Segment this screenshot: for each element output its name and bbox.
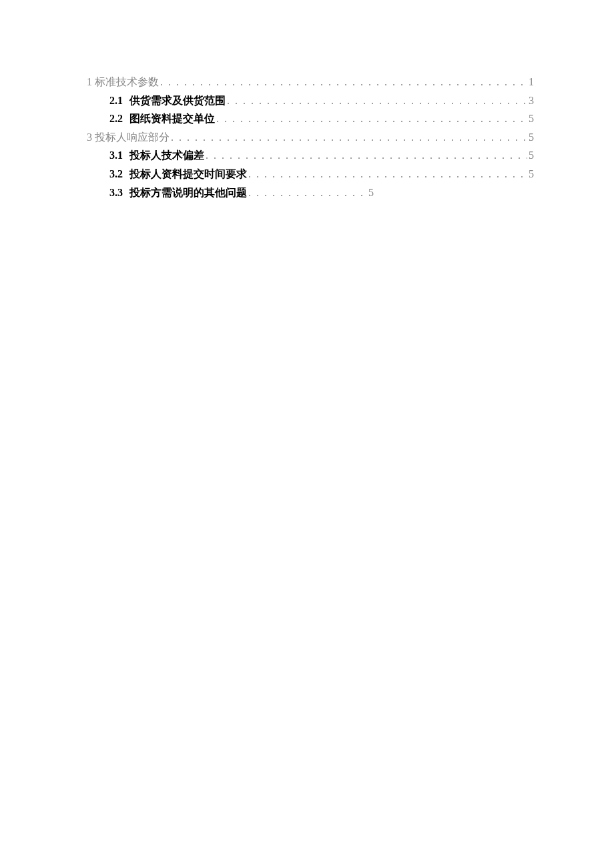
table-of-contents: 1 标准技术参数 1 2.1 供货需求及供货范围 3 2.2 图纸资料提交单位 … [87, 73, 534, 201]
toc-entry[interactable]: 1 标准技术参数 1 [87, 73, 534, 91]
toc-entry[interactable]: 3.1 投标人技术偏差 5 [87, 147, 534, 164]
toc-title: 投标人资料提交时间要求 [129, 165, 247, 183]
toc-entry[interactable]: 2.1 供货需求及供货范围 3 [87, 92, 534, 109]
toc-number: 2.2 [109, 110, 123, 127]
toc-title: 供货需求及供货范围 [129, 92, 226, 109]
toc-entry[interactable]: 2.2 图纸资料提交单位 5 [87, 110, 534, 127]
toc-title: 投标人技术偏差 [129, 147, 204, 164]
toc-page: 5 [527, 165, 534, 183]
toc-number: 3.1 [109, 147, 123, 164]
toc-number: 2.1 [109, 92, 123, 109]
toc-title: 1 标准技术参数 [87, 73, 159, 91]
toc-page: 5 [367, 184, 374, 201]
toc-leader [170, 129, 527, 146]
toc-page: 3 [527, 92, 534, 109]
toc-page: 5 [527, 147, 534, 164]
toc-entry[interactable]: 3.3 投标方需说明的其他问题 5 [87, 184, 534, 201]
toc-title: 投标方需说明的其他问题 [129, 184, 247, 201]
toc-page: 5 [527, 129, 534, 146]
toc-title: 3 投标人响应部分 [87, 129, 170, 146]
toc-entry[interactable]: 3 投标人响应部分 5 [87, 129, 534, 146]
toc-page: 5 [527, 110, 534, 127]
toc-leader [226, 92, 527, 109]
toc-leader [247, 184, 367, 201]
toc-entry[interactable]: 3.2 投标人资料提交时间要求 5 [87, 165, 534, 183]
toc-leader [215, 110, 527, 127]
toc-leader [159, 73, 527, 91]
toc-number: 3.3 [109, 184, 123, 201]
toc-number: 3.2 [109, 165, 123, 183]
toc-page: 1 [527, 73, 534, 91]
toc-leader [247, 165, 527, 183]
toc-leader [204, 147, 527, 164]
toc-title: 图纸资料提交单位 [129, 110, 215, 127]
